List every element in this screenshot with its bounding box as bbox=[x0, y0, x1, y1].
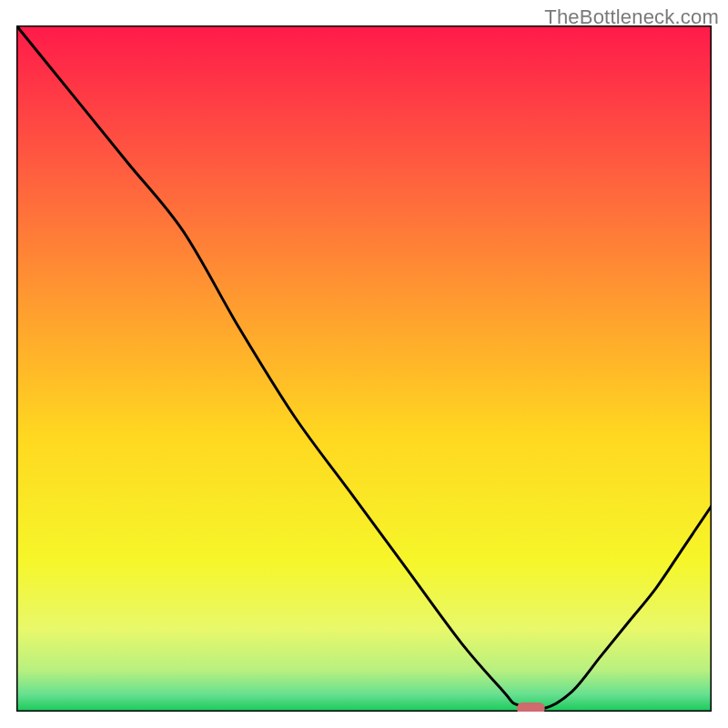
chart-svg bbox=[16, 25, 712, 712]
gradient-background bbox=[16, 25, 712, 712]
min-marker bbox=[517, 703, 545, 712]
plot-area bbox=[16, 25, 712, 712]
chart-container: TheBottleneck.com bbox=[0, 0, 728, 728]
watermark-text: TheBottleneck.com bbox=[544, 5, 719, 29]
